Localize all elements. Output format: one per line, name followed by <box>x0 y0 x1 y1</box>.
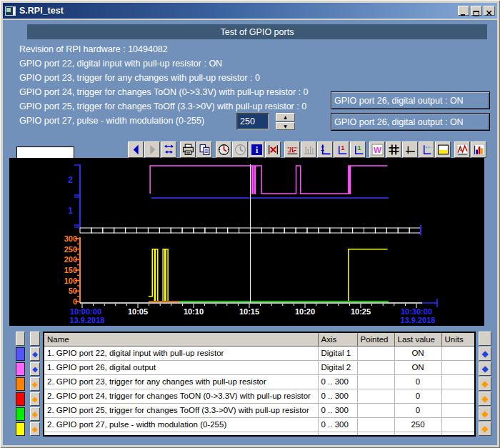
time-scrollbar-segment <box>319 228 330 233</box>
toolbar-text-field[interactable] <box>16 146 74 159</box>
chart-panel[interactable]: 2130025020015010050010:0510:1010:1510:20… <box>9 158 484 326</box>
time-scrollbar-segment <box>409 228 421 233</box>
time-scrollbar-segment <box>239 228 251 233</box>
maximize-icon <box>473 8 480 14</box>
series-marker-button-right[interactable]: ◆ <box>479 407 491 421</box>
table-row[interactable]: 2. GPIO port 23, trigger for any changes… <box>44 374 475 389</box>
chart-svg[interactable]: 2130025020015010050010:0510:1010:1510:20… <box>9 158 484 326</box>
series-marker-button[interactable]: ◆ <box>30 347 40 361</box>
series-marker-button[interactable]: ◆ <box>30 362 40 376</box>
axis-green-one-button[interactable]: 1 <box>350 141 366 158</box>
legend-marker-column-header <box>30 332 40 346</box>
table-row[interactable]: 1. GPIO port 22, digital input with pull… <box>44 346 475 360</box>
minimize-button[interactable] <box>458 6 469 16</box>
copy-button[interactable] <box>196 141 212 158</box>
pwm-spin-up-button[interactable]: ▲ <box>276 113 295 121</box>
svg-text:100: 100 <box>64 277 77 285</box>
delete-points-button[interactable] <box>265 141 281 158</box>
column-header-axis[interactable]: Axis <box>318 332 357 346</box>
cell-units <box>441 346 475 360</box>
trace <box>150 166 387 194</box>
table-row[interactable]: 2. GPIO port 27, pulse - width modulatio… <box>44 417 475 432</box>
histogram-button[interactable] <box>301 141 316 158</box>
grid-button[interactable] <box>386 141 401 158</box>
titlebar[interactable]: S.RPI_test <box>3 3 497 19</box>
svg-text:10:00:00: 10:00:00 <box>70 307 101 316</box>
scroll-right-button[interactable] <box>144 141 160 158</box>
maximize-button[interactable] <box>471 6 482 16</box>
time-scrollbar-segment <box>114 228 126 233</box>
time-window-disabled-button[interactable] <box>232 141 248 158</box>
column-header-name[interactable]: Name <box>44 332 318 346</box>
axis-dotted-button[interactable] <box>419 141 434 158</box>
table-row[interactable]: 2. GPIO port 25, trigger for changes ToO… <box>44 403 475 417</box>
multi-bars-button[interactable] <box>471 141 486 158</box>
fill-below-button[interactable] <box>435 141 451 158</box>
series-marker-button[interactable]: ◆ <box>30 407 40 421</box>
series-marker-button[interactable]: ◆ <box>30 392 40 406</box>
info-line-3: GPIO port 23, trigger for any changes wi… <box>19 73 260 83</box>
svg-text:10:25: 10:25 <box>351 307 371 316</box>
curve-style-button[interactable]: W <box>369 141 385 158</box>
svg-text:250: 250 <box>64 245 77 254</box>
series-color-swatch <box>16 407 25 421</box>
time-scrollbar-segment <box>398 228 409 233</box>
multi-curves-button[interactable] <box>454 141 470 158</box>
threshold-button[interactable] <box>284 141 300 158</box>
axis-red-1-icon: 1 <box>336 144 348 156</box>
time-scrollbar-segment <box>91 228 103 233</box>
histogram-disabled-icon <box>303 144 315 156</box>
info-icon: i <box>251 144 263 156</box>
series-marker-button-right[interactable]: ◆ <box>479 347 491 361</box>
pwm-spinner: ▲ ▼ <box>276 113 295 130</box>
time-scrollbar-segment <box>386 228 398 233</box>
time-scrollbar-segment <box>273 228 284 233</box>
time-window-button[interactable] <box>216 141 231 158</box>
series-marker-button[interactable]: ◆ <box>30 422 40 436</box>
column-header-pointed[interactable]: Pointed <box>357 332 394 346</box>
diamond-icon: ◆ <box>481 380 488 387</box>
print-button[interactable] <box>180 141 196 158</box>
cell-last: ON <box>394 346 441 360</box>
time-scrollbar-segment <box>251 228 262 233</box>
panel-title: Test of GPIO ports <box>221 27 294 37</box>
column-header-units[interactable]: Units <box>441 332 475 346</box>
cell-pointed <box>357 360 394 374</box>
zoom-horizontal-button[interactable] <box>161 141 176 158</box>
axis-button[interactable] <box>317 141 333 158</box>
axis-horizontal-icon <box>404 144 416 156</box>
cell-name: 2. GPIO port 27, pulse - width modulatio… <box>44 417 318 432</box>
series-marker-button-right[interactable]: ◆ <box>479 392 491 406</box>
toolbar: i11W <box>128 141 486 159</box>
cell-axis: 0 .. 300 <box>318 417 357 432</box>
table-row[interactable]: 2. GPIO port 24, trigger for changes ToO… <box>44 389 475 403</box>
column-header-last-value[interactable]: Last value <box>394 332 441 346</box>
info-line-2: GPIO port 22, digital input with pull-up… <box>19 59 222 69</box>
svg-text:0: 0 <box>73 297 77 306</box>
series-color-swatch <box>16 347 25 361</box>
pwm-spin-down-button[interactable]: ▼ <box>276 122 295 131</box>
gpio26-button-1[interactable]: GPIO port 26, digital output : ON <box>331 91 490 109</box>
series-marker-button[interactable]: ◆ <box>30 377 40 391</box>
minimize-icon <box>460 8 467 14</box>
info-button[interactable]: i <box>249 141 264 158</box>
cell-last: 0 <box>394 374 441 389</box>
series-color-swatch <box>16 377 25 391</box>
pwm-input[interactable] <box>236 113 269 130</box>
series-marker-button-right[interactable]: ◆ <box>479 362 491 376</box>
cell-units <box>441 389 475 403</box>
scroll-left-button[interactable] <box>128 141 144 158</box>
table-row[interactable]: 1. GPIO port 26, digital outputDigital 2… <box>44 360 475 374</box>
pwm-label: GPIO port 27, pulse - width modulation (… <box>19 116 204 126</box>
time-scrollbar-segment <box>228 228 239 233</box>
series-marker-button-right[interactable]: ◆ <box>479 377 491 391</box>
gpio26-button-2[interactable]: GPIO port 26, digital output : ON <box>331 113 490 131</box>
axis-red-one-button[interactable]: 1 <box>334 141 349 158</box>
series-marker-button-right[interactable]: ◆ <box>479 422 491 436</box>
close-button[interactable] <box>484 6 495 16</box>
main-area: Test of GPIO ports Revision of RPI hardw… <box>3 20 497 445</box>
axis-horizontal-button[interactable] <box>402 141 418 158</box>
time-scrollbar-segment <box>194 228 205 233</box>
copy-icon <box>199 144 211 156</box>
time-scrollbar-segment <box>148 228 159 233</box>
